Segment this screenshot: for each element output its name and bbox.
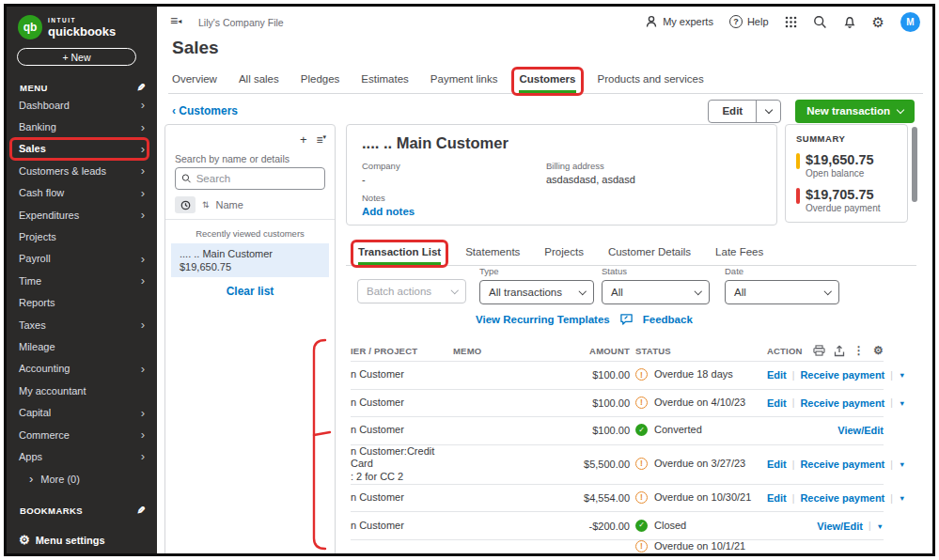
sort-by-name[interactable]: Name [216, 199, 243, 210]
sidebar-item-label: Capital [19, 407, 51, 418]
sidebar-item-customers-leads[interactable]: Customers & leads› [7, 160, 157, 181]
sidebar-item-label: Reports [19, 297, 55, 308]
action-receive-payment-link[interactable]: Receive payment [800, 397, 884, 409]
edit-split-button[interactable]: Edit [708, 100, 781, 123]
status-text: Overdue on 4/10/23 [654, 397, 745, 410]
customer-search-input[interactable] [196, 173, 319, 184]
edit-dropdown-arrow[interactable] [756, 101, 780, 122]
sidebar-item-capital[interactable]: Capital› [7, 401, 157, 423]
recent-customer-item[interactable]: .... .. Main Customer $19,650.75 [171, 243, 329, 277]
tab-overview[interactable]: Overview [172, 65, 217, 93]
chevron-down-icon [764, 105, 772, 113]
action-receive-payment-link[interactable]: Receive payment [800, 553, 884, 556]
detail-tab-customer-details[interactable]: Customer Details [608, 238, 691, 265]
date-filter-dropdown[interactable]: All [725, 280, 839, 304]
detail-tab-late-fees[interactable]: Late Fees [715, 238, 763, 265]
col-header-amount[interactable]: AMOUNT [575, 346, 630, 356]
sidebar-item-label: Customers & leads [19, 165, 106, 177]
sidebar-item-projects[interactable]: Projects [7, 226, 157, 247]
sidebar-item-expenditures[interactable]: Expenditures› [7, 204, 157, 226]
tab-pledges[interactable]: Pledges [301, 65, 340, 93]
sidebar-item-reports[interactable]: Reports [7, 292, 157, 314]
batch-actions-dropdown[interactable]: Batch actions [357, 279, 466, 303]
status-filter-dropdown[interactable]: All [602, 280, 710, 304]
help-button[interactable]: ? Help [729, 15, 769, 28]
action-view-edit-link[interactable]: View/Edit [817, 521, 863, 532]
apps-grid-icon[interactable] [785, 16, 797, 28]
new-transaction-button[interactable]: New transaction [795, 100, 915, 123]
sidebar-item-more[interactable]: › More (0) [29, 472, 80, 486]
action-receive-payment-link[interactable]: Receive payment [800, 369, 884, 381]
tab-customers[interactable]: Customers [519, 65, 575, 93]
sidebar-item-taxes[interactable]: Taxes› [7, 314, 157, 335]
col-header-memo[interactable]: MEMO [453, 346, 575, 356]
clear-list-link[interactable]: Clear list [165, 285, 335, 298]
detail-tab-transaction-list[interactable]: Transaction List [358, 238, 441, 265]
notifications-bell-icon[interactable] [843, 15, 856, 29]
sidebar-item-cash-flow[interactable]: Cash flow› [7, 182, 157, 204]
table-settings-gear-icon[interactable]: ⚙ [873, 345, 884, 356]
sidebar-item-label: Projects [19, 231, 56, 242]
divider [165, 219, 335, 220]
sidebar-item-sales[interactable]: Sales› [7, 138, 157, 160]
action-edit-link[interactable]: Edit [767, 369, 787, 381]
sidebar-item-mileage[interactable]: Mileage [7, 335, 157, 357]
export-icon[interactable] [834, 345, 845, 357]
action-dropdown-icon[interactable]: ▼ [899, 555, 905, 556]
list-settings-icon[interactable]: ≡▾ [316, 133, 326, 147]
action-dropdown-icon[interactable]: ▼ [899, 399, 905, 408]
collapse-sidebar-icon[interactable]: ≡◂ [170, 14, 181, 27]
tab-all-sales[interactable]: All sales [239, 65, 279, 93]
sidebar-menu: Dashboard›Banking›Sales›Customers & lead… [7, 94, 157, 468]
sidebar-item-payroll[interactable]: Payroll› [7, 248, 157, 270]
sidebar-item-accounting[interactable]: Accounting› [7, 358, 157, 380]
search-icon[interactable] [813, 15, 827, 29]
action-dropdown-icon[interactable]: ▼ [899, 371, 905, 380]
sidebar-item-my-accountant[interactable]: My accountant [7, 380, 157, 401]
customer-search-box[interactable] [175, 167, 325, 190]
new-button[interactable]: + New [17, 48, 136, 66]
sidebar-item-banking[interactable]: Banking› [7, 116, 157, 137]
col-header-status[interactable]: STATUS [635, 346, 767, 356]
detail-tab-statements[interactable]: Statements [465, 238, 520, 265]
my-experts-button[interactable]: My experts [645, 15, 713, 28]
detail-tab-projects[interactable]: Projects [544, 238, 584, 265]
tab-products-and-services-label: Products and services [598, 73, 704, 85]
sidebar-item-commerce[interactable]: Commerce› [7, 424, 157, 445]
action-edit-link[interactable]: Edit [767, 397, 787, 409]
edit-bookmarks-pencil-icon[interactable]: ✎ [136, 505, 146, 517]
edit-button[interactable]: Edit [709, 101, 756, 122]
edit-menu-pencil-icon[interactable]: ✎ [136, 82, 146, 94]
sidebar-item-time[interactable]: Time› [7, 270, 157, 291]
add-notes-link[interactable]: Add notes [362, 206, 546, 217]
sidebar-item-dashboard[interactable]: Dashboard› [7, 94, 157, 116]
add-customer-icon[interactable]: + [300, 132, 307, 147]
sidebar-item-apps[interactable]: Apps› [7, 445, 157, 467]
avatar[interactable]: M [900, 12, 920, 32]
type-filter-dropdown[interactable]: All transactions [479, 280, 594, 304]
menu-settings-button[interactable]: ⚙ Menu settings [19, 533, 105, 547]
sort-icon[interactable]: ⇅ [202, 200, 210, 210]
action-edit-link[interactable]: Edit [767, 553, 787, 556]
tab-products-and-services[interactable]: Products and services [598, 65, 704, 93]
action-view-edit-link[interactable]: View/Edit [837, 425, 884, 436]
col-header-customer-project[interactable]: IER / PROJECT [351, 346, 453, 356]
action-receive-payment-link[interactable]: Receive payment [800, 459, 884, 470]
action-edit-link[interactable]: Edit [767, 492, 787, 504]
quickbooks-logo: qb INTUIT quickbooks [18, 15, 116, 39]
recent-clock-icon[interactable] [175, 196, 196, 213]
action-receive-payment-link[interactable]: Receive payment [800, 492, 884, 504]
more-options-icon[interactable]: ⋮ [853, 345, 865, 356]
action-dropdown-icon[interactable]: ▼ [899, 460, 905, 469]
print-icon[interactable] [813, 345, 825, 356]
breadcrumb-customers[interactable]: ‹ Customers [172, 104, 238, 117]
feedback-link[interactable]: Feedback [643, 314, 693, 325]
tab-estimates[interactable]: Estimates [361, 65, 409, 93]
vertical-scrollbar[interactable] [912, 127, 917, 202]
action-dropdown-icon[interactable]: ▼ [899, 494, 905, 503]
tab-payment-links[interactable]: Payment links [430, 65, 498, 93]
action-edit-link[interactable]: Edit [767, 459, 787, 470]
view-recurring-templates-link[interactable]: View Recurring Templates [476, 314, 610, 325]
settings-gear-icon[interactable]: ⚙ [872, 15, 884, 29]
action-dropdown-icon[interactable]: ▼ [877, 522, 884, 531]
